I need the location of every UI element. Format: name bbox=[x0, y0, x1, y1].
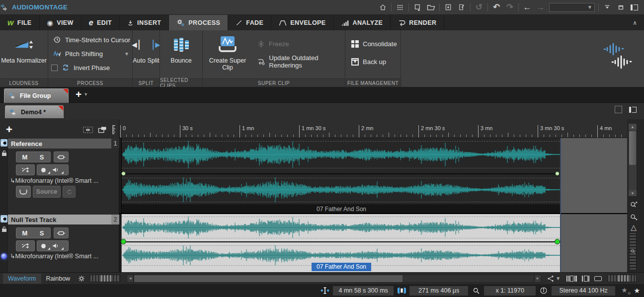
track2-envelope-node-start[interactable] bbox=[121, 239, 126, 244]
backup-button[interactable]: ▼ Back up bbox=[351, 56, 386, 67]
tab-rainbow-view[interactable]: Rainbow bbox=[41, 274, 76, 284]
save-as-icon[interactable] bbox=[457, 3, 467, 12]
workspace-grid-icon[interactable] bbox=[395, 3, 405, 12]
pitch-shifting-button[interactable]: Pitch Shifting ▼ bbox=[53, 48, 129, 59]
track2-solo-button[interactable]: S bbox=[33, 229, 50, 237]
invert-phase-toggle[interactable]: Invert Phase bbox=[51, 62, 110, 73]
track1-refresh-button[interactable] bbox=[63, 186, 76, 198]
freeze-button[interactable]: Freeze bbox=[257, 38, 289, 49]
montage-wave-area[interactable]: 07 Father And Son 07 Father And Son bbox=[119, 138, 627, 272]
add-track-button[interactable]: + bbox=[6, 124, 12, 135]
bounce-button[interactable]: Bounce bbox=[160, 32, 202, 77]
track2-active-indicator[interactable] bbox=[0, 215, 7, 223]
track1-name[interactable]: Reference bbox=[8, 139, 111, 148]
track2-volume-envelope[interactable] bbox=[122, 241, 561, 242]
track1-routing-button[interactable] bbox=[16, 164, 35, 175]
track2-inline-monitor-button[interactable] bbox=[54, 227, 69, 238]
track2-lock-icon[interactable] bbox=[1, 226, 7, 232]
clip-track1[interactable]: 07 Father And Son bbox=[121, 138, 561, 214]
favorite-star-icon[interactable]: ★ bbox=[634, 287, 640, 295]
track2-envelope-node-end[interactable] bbox=[555, 239, 560, 244]
track2-record-icon[interactable] bbox=[41, 244, 46, 248]
track1-clip-name[interactable]: 07 Father And Son bbox=[122, 204, 561, 214]
track2-titlebar[interactable]: Null Test Track 2 bbox=[8, 215, 119, 224]
montage-layout-icon[interactable] bbox=[629, 107, 637, 113]
update-outdated-renderings-button[interactable]: Update Outdated Renderings bbox=[257, 56, 345, 67]
track2-focus-indicator[interactable] bbox=[1, 253, 7, 259]
vertical-scroll-thumb[interactable] bbox=[629, 131, 636, 165]
track1-envelope-node-start[interactable] bbox=[121, 171, 126, 176]
audio-format-value[interactable]: Stereo 44 100 Hz bbox=[552, 286, 615, 296]
zoom-out-vertical-icon[interactable] bbox=[629, 213, 639, 223]
preset-star-settings-icon[interactable]: ★⊘ bbox=[621, 286, 631, 296]
time-stretch-to-cursor-button[interactable]: Time-Stretch to Cursor bbox=[53, 34, 130, 45]
invert-phase-checkbox[interactable] bbox=[51, 65, 58, 71]
track1-active-indicator[interactable] bbox=[0, 139, 7, 147]
scroll-sync-dropdown-icon[interactable]: ▼ bbox=[556, 276, 561, 281]
undo-icon[interactable]: ↶ bbox=[491, 3, 501, 12]
view-settings-gear-icon[interactable] bbox=[78, 275, 85, 282]
track2-clip-name[interactable]: 07 Father And Son bbox=[312, 263, 371, 271]
tab-render[interactable]: RENDER bbox=[391, 15, 444, 30]
selection-length-value[interactable]: 271 ms 406 µs bbox=[409, 286, 468, 296]
track1-input-device[interactable]: ↳Mikrofonarray (Intel® Smart ... bbox=[10, 177, 118, 184]
add-file-group-button[interactable]: + ▼ bbox=[76, 88, 88, 100]
maximize-window-icon[interactable] bbox=[616, 3, 626, 12]
vertical-zoom-wheel[interactable] bbox=[629, 232, 637, 270]
record-options-icon[interactable] bbox=[48, 247, 50, 250]
vertical-scrollbar[interactable]: ▲ ▼ bbox=[628, 123, 637, 197]
auto-split-button[interactable]: ◄▏▕► Auto Split bbox=[133, 32, 160, 77]
track1-inline-monitor-button[interactable] bbox=[54, 151, 69, 162]
scroll-sync-icon[interactable]: ▼ bbox=[547, 275, 561, 282]
track1-solo-button[interactable]: S bbox=[33, 153, 50, 161]
track2-speaker-icon[interactable] bbox=[52, 243, 59, 249]
track2-input-device[interactable]: ↳Mikrofonarray (Intel® Smart ... bbox=[10, 252, 118, 260]
create-super-clip-button[interactable]: Create Super Clip bbox=[207, 32, 248, 77]
zoom-in-vertical-icon[interactable] bbox=[629, 200, 639, 210]
track-separator[interactable] bbox=[119, 213, 627, 214]
save-icon[interactable] bbox=[443, 3, 453, 12]
tab-insert[interactable]: INSERT bbox=[120, 15, 169, 30]
monitor-options-icon[interactable] bbox=[61, 247, 64, 250]
track2-name[interactable]: Null Test Track bbox=[8, 215, 111, 224]
collapse-ribbon-button[interactable]: ∧ bbox=[626, 15, 644, 30]
tab-fade[interactable]: FADE bbox=[228, 15, 271, 30]
track1-source-button[interactable]: Source bbox=[33, 186, 61, 198]
ruler-icon[interactable] bbox=[112, 125, 116, 135]
zoom-preset-2-icon[interactable] bbox=[582, 275, 589, 282]
file-group-tab[interactable]: File Group bbox=[4, 88, 69, 103]
track1-mute-button[interactable]: M bbox=[16, 153, 33, 161]
nav-back-icon[interactable]: ← bbox=[522, 3, 532, 12]
monitor-options-icon[interactable] bbox=[61, 171, 64, 174]
track2-routing-button[interactable] bbox=[16, 240, 35, 251]
track1-record-icon[interactable] bbox=[41, 168, 46, 172]
consolidate-button[interactable]: Consolidate bbox=[351, 38, 397, 49]
timeline-ruler[interactable]: 0 30 s 1 mn 1 mn 30 s 2 mn 2 mn 30 s 3 m… bbox=[119, 119, 627, 138]
wave-zoom-wheel-horizontal[interactable] bbox=[90, 275, 121, 282]
horizontal-scrollbar[interactable] bbox=[134, 275, 534, 283]
montage-option-checkbox[interactable] bbox=[615, 106, 622, 113]
track1-volume-envelope[interactable] bbox=[122, 173, 561, 174]
clip-track2-selected[interactable]: 07 Father And Son bbox=[121, 214, 561, 272]
new-file-icon[interactable] bbox=[412, 3, 422, 12]
window-layout-icon[interactable] bbox=[629, 3, 639, 12]
scroll-up-button[interactable]: ▲ bbox=[629, 124, 637, 130]
scroll-down-button[interactable]: ▼ bbox=[629, 190, 637, 196]
pitch-shifting-dropdown-icon[interactable]: ▼ bbox=[124, 51, 129, 57]
record-options-icon[interactable] bbox=[48, 171, 50, 174]
tab-waveform-view[interactable]: Waveform bbox=[3, 274, 41, 284]
navigation-dropdown[interactable]: ▼ bbox=[549, 3, 595, 12]
hscroll-right-button[interactable]: ► bbox=[534, 275, 541, 283]
home-icon[interactable] bbox=[378, 3, 388, 12]
tab-edit[interactable]: e EDIT bbox=[81, 15, 120, 30]
track1-titlebar[interactable]: Reference 1 bbox=[8, 139, 119, 148]
track1-envelope-button[interactable] bbox=[16, 186, 31, 198]
track1-lock-icon[interactable] bbox=[1, 150, 7, 156]
zoom-preset-1-icon[interactable] bbox=[566, 275, 577, 282]
open-file-icon[interactable] bbox=[426, 3, 436, 12]
tab-envelope[interactable]: ENVELOPE bbox=[271, 15, 333, 30]
zoom-factor-value[interactable]: x 1: 11970 bbox=[484, 286, 536, 296]
revert-icon[interactable]: ↺ bbox=[474, 3, 484, 12]
track2-mute-button[interactable]: M bbox=[16, 229, 33, 237]
tab-analyze[interactable]: ANALYZE bbox=[334, 15, 391, 30]
